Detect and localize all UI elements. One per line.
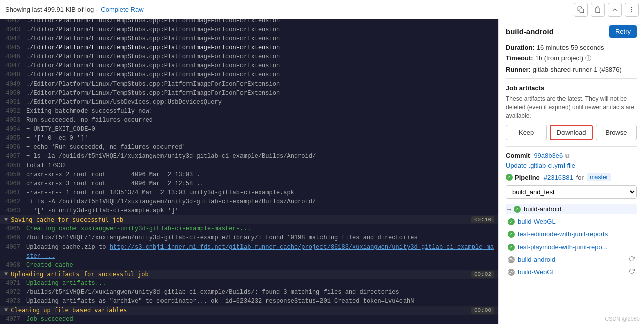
section-label: Saving cache for successful job <box>11 216 471 223</box>
line-number: 4054 <box>4 125 26 134</box>
line-content: + '[' 0 -eq 0 ']' <box>26 134 494 143</box>
log-line: 4046./Editor/Platform/Linux/TempStubs.cp… <box>0 52 498 61</box>
job-item[interactable]: test-editmode-with-junit-reports <box>506 229 637 239</box>
log-line: 4051./Editor/Platform/Linux/UsbDevices.c… <box>0 98 498 107</box>
log-section-header[interactable]: ▼ Saving cache for successful job 00:10 <box>0 215 498 224</box>
line-content: ./Editor/Platform/Linux/TempStubs.cpp:Pl… <box>26 89 494 98</box>
log-panel[interactable]: 4042./Editor/Platform/Linux/TempStubs.cp… <box>0 19 498 324</box>
line-content: + echo 'Run succeeded, no failures occur… <box>26 143 494 152</box>
line-content: drwxr-xr-x 3 root root 4096 Mar 2 12:58 … <box>26 179 494 188</box>
line-content: + ls -la /builds/t5h1VHQE/1/xuxiangwen/u… <box>26 152 494 161</box>
line-number: 4056 <box>4 143 26 152</box>
line-number: 4042 <box>4 19 26 25</box>
log-section-header[interactable]: ▼ Uploading artifacts for successful job… <box>0 270 498 279</box>
log-line: 4077Job succeeded <box>0 315 498 324</box>
line-number: 4065 <box>4 224 26 233</box>
line-number: 4043 <box>4 25 26 34</box>
commit-hash-link[interactable]: 99a8b3e6 <box>534 152 563 159</box>
browse-button[interactable]: Browse <box>596 125 637 140</box>
log-link[interactable]: http://s3-cnbj1-inner.mi-fds.net/gitlab-… <box>26 244 494 260</box>
branch-badge[interactable]: master <box>587 173 611 181</box>
artifacts-desc: These artifacts are the latest. They wil… <box>506 95 637 120</box>
line-number: 4067 <box>4 242 26 252</box>
job-name[interactable]: build-android <box>524 205 635 213</box>
line-content: Job succeeded <box>26 315 494 324</box>
job-name[interactable]: build-WebGL <box>518 218 635 225</box>
runner-label: Runner: <box>506 66 531 73</box>
section-chevron: ▼ <box>4 307 8 314</box>
refresh-icon[interactable] <box>629 256 635 263</box>
pending-status-icon <box>508 269 515 276</box>
job-name[interactable]: build-android <box>518 256 626 263</box>
copy-commit-icon[interactable]: ⧉ <box>565 152 570 159</box>
line-content: ./Editor/Platform/Linux/UsbDevices.cpp:U… <box>26 98 494 107</box>
section-time: 00:10 <box>471 216 494 223</box>
log-line: 4054+ UNITY_EXIT_CODE=0 <box>0 125 498 134</box>
log-line: 4057+ ls -la /builds/t5h1VHQE/1/xuxiangw… <box>0 152 498 161</box>
job-list: →build-androidbuild-WebGLtest-editmode-w… <box>506 204 637 277</box>
job-name[interactable]: test-playmode-with-junit-repo... <box>518 243 635 251</box>
line-number: 4048 <box>4 70 26 79</box>
more-icon-btn[interactable] <box>625 3 639 17</box>
pipeline-label: Pipeline <box>515 174 540 181</box>
log-line: 4049./Editor/Platform/Linux/TempStubs.cp… <box>0 79 498 89</box>
commit-row: Commit 99a8b3e6 ⧉ <box>506 152 637 159</box>
job-item[interactable]: build-WebGL <box>506 216 637 227</box>
line-number: 4073 <box>4 297 26 306</box>
retry-button[interactable]: Retry <box>609 25 637 38</box>
line-number: 4052 <box>4 107 26 116</box>
log-size-text: Showing last 499.91 KiB of log - <box>5 6 98 13</box>
delete-icon-btn[interactable] <box>591 3 605 17</box>
log-line: 4066/builds/t5h1VHQE/1/xuxiangwen/unity3… <box>0 233 498 242</box>
log-line: 4053Run succeeded, no failures occurred <box>0 116 498 125</box>
log-line: 4065Creating cache xuxiangwen-unity3d-gi… <box>0 224 498 233</box>
expand-icon-btn[interactable] <box>608 3 622 17</box>
success-status-icon <box>508 231 515 238</box>
pipeline-number-link[interactable]: #2316381 <box>544 174 573 181</box>
section-label: Cleaning up file based variables <box>11 307 471 314</box>
commit-message-link[interactable]: Update .gitlab-ci.yml file <box>506 161 637 169</box>
log-line: 4073Uploading artifacts as "archive" to … <box>0 297 498 306</box>
line-content: ./Editor/Platform/Linux/TempStubs.cpp:Pl… <box>26 70 494 79</box>
line-content: ./Editor/Platform/Linux/TempStubs.cpp:Pl… <box>26 79 494 89</box>
log-line: 4067Uploading cache.zip to http://s3-cnb… <box>0 242 498 261</box>
log-line: 4045./Editor/Platform/Linux/TempStubs.cp… <box>0 43 498 52</box>
complete-raw-link[interactable]: Complete Raw <box>101 6 143 13</box>
line-content: ./Editor/Platform/Linux/TempStubs.cpp:Pl… <box>26 19 494 25</box>
line-content: Uploading artifacts as "archive" to coor… <box>26 297 494 306</box>
line-number: 4049 <box>4 79 26 89</box>
job-name[interactable]: build-WebGL <box>518 268 626 276</box>
job-item[interactable]: build-WebGL <box>506 267 637 277</box>
line-number: 4062 <box>4 197 26 206</box>
timeout-value: 1h (from project) <box>535 54 583 62</box>
success-status-icon <box>508 218 515 225</box>
job-item[interactable]: build-android <box>506 254 637 265</box>
line-content: Uploading artifacts... <box>26 279 494 288</box>
log-line: 4061-rw-r--r-- 1 root root 18351374 Mar … <box>0 188 498 197</box>
download-button[interactable]: Download <box>550 125 592 140</box>
current-job-arrow: → <box>506 205 513 213</box>
refresh-icon[interactable] <box>629 268 635 276</box>
log-line: 4050./Editor/Platform/Linux/TempStubs.cp… <box>0 89 498 98</box>
svg-point-3 <box>631 11 632 12</box>
line-content: Uploading cache.zip to http://s3-cnbj1-i… <box>26 242 494 261</box>
timeout-info-icon[interactable]: ⓘ <box>585 54 591 63</box>
log-section-header[interactable]: ▼ Cleaning up file based variables 00:00 <box>0 306 498 315</box>
runner-value: gitlab-shared-runner-1 (#3876) <box>533 66 622 73</box>
log-line: 4047./Editor/Platform/Linux/TempStubs.cp… <box>0 61 498 70</box>
line-content: total 17932 <box>26 161 494 170</box>
log-line: 4056+ echo 'Run succeeded, no failures o… <box>0 143 498 152</box>
job-item[interactable]: →build-android <box>506 204 637 214</box>
duration-label: Duration: <box>506 44 535 51</box>
job-name[interactable]: test-editmode-with-junit-reports <box>518 230 635 238</box>
line-content: ./Editor/Platform/Linux/TempStubs.cpp:Pl… <box>26 61 494 70</box>
pipeline-stage-select[interactable]: build_and_test <box>506 185 637 199</box>
keep-button[interactable]: Keep <box>506 125 547 140</box>
duration-row: Duration: 16 minutes 59 seconds <box>506 44 637 51</box>
copy-icon-btn[interactable] <box>574 3 588 17</box>
svg-point-2 <box>631 9 632 10</box>
log-line: 4060drwxr-xr-x 3 root root 4096 Mar 2 12… <box>0 179 498 188</box>
line-number: 4055 <box>4 134 26 143</box>
job-item[interactable]: test-playmode-with-junit-repo... <box>506 241 637 252</box>
commit-label: Commit <box>506 152 530 159</box>
